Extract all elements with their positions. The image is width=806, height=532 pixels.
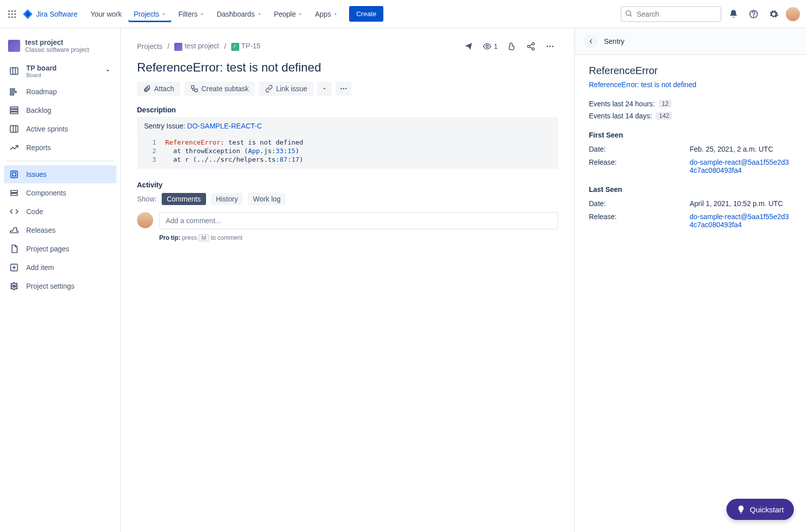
jira-logo[interactable]: Jira Software [22,9,78,20]
back-button[interactable] [584,34,598,48]
board-name: TP board [26,64,56,72]
issue-main: Projects / test project / TP-15 1 Refere… [121,28,574,532]
attach-button[interactable]: Attach [137,82,180,96]
reports-icon [9,143,19,153]
link-dropdown[interactable] [317,82,331,96]
first-release-link[interactable]: do-sample-react@5aa1f55e2d34c7ac080493fa… [690,158,789,174]
nav-projects[interactable]: Projects [128,6,171,22]
code-icon [9,207,19,217]
last-seen-heading: Last Seen [589,185,792,193]
sidebar-components[interactable]: Components [4,184,116,202]
sentry-panel-header: Sentry [575,28,806,55]
lightbulb-icon [736,505,746,514]
user-avatar[interactable] [786,7,800,21]
svg-point-0 [9,10,10,12]
topbar: Jira Software Your work Projects Filters… [0,0,806,28]
breadcrumb: Projects / test project / TP-15 1 [137,38,558,54]
nav-filters[interactable]: Filters [173,6,210,22]
project-subtitle: Classic software project [25,46,89,53]
vote-icon[interactable] [504,38,520,54]
search-input[interactable] [621,6,721,22]
stacktrace: 1ReferenceError: test is not defined 2 a… [144,133,551,164]
kbd-m: M [198,234,209,241]
stat-24h-badge: 12 [659,100,671,108]
settings-icon [9,281,19,291]
description-box[interactable]: Sentry Issue: DO-SAMPLE-REACT-C 1Referen… [137,117,558,169]
search-icon [625,9,633,19]
sidebar-releases[interactable]: Releases [4,221,116,239]
activity-section: Activity Show: Comments History Work log… [137,181,558,241]
sidebar-backlog[interactable]: Backlog [4,101,116,119]
svg-point-35 [527,45,530,48]
svg-rect-26 [13,173,16,176]
sidebar-settings[interactable]: Project settings [4,277,116,295]
project-icon [174,43,182,51]
settings-icon[interactable] [766,6,782,22]
svg-point-9 [626,11,631,15]
tab-history[interactable]: History [211,193,243,205]
svg-rect-13 [11,68,18,74]
last-release-link[interactable]: do-sample-react@5aa1f55e2d34c7ac080493fa… [690,213,789,229]
create-button[interactable]: Create [349,6,383,22]
sentry-issue-link[interactable]: DO-SAMPLE-REACT-C [187,122,262,130]
tab-worklog[interactable]: Work log [248,193,286,205]
breadcrumb-project[interactable]: test project [174,42,219,50]
sidebar-issues[interactable]: Issues [4,165,116,183]
more-icon[interactable] [542,38,558,54]
sprints-icon [9,124,19,134]
issue-title[interactable]: ReferenceError: test is not defined [137,60,558,75]
issue-actions: Attach Create subtask Link issue [137,82,558,96]
svg-rect-17 [11,91,17,93]
pages-icon [9,244,19,254]
svg-rect-16 [11,89,15,90]
link-button[interactable]: Link issue [259,82,313,96]
sentry-error-link[interactable]: ReferenceError: test is not defined [589,81,792,89]
nav-people[interactable]: People [269,6,308,22]
show-label: Show: [137,195,157,203]
svg-rect-27 [11,190,17,192]
breadcrumb-sep: / [224,42,226,50]
more-actions[interactable] [335,82,352,96]
svg-point-46 [345,88,347,90]
chevron-down-icon [257,12,262,17]
nav-dashboards[interactable]: Dashboards [212,6,267,22]
backlog-icon [9,105,19,115]
sidebar-roadmap[interactable]: Roadmap [4,83,116,101]
svg-point-7 [12,16,13,18]
app-switcher-icon[interactable] [6,8,18,20]
board-subtitle: Board [26,72,56,78]
sidebar-reports[interactable]: Reports [4,139,116,157]
sidebar-board[interactable]: TP board Board [4,60,116,82]
svg-rect-28 [11,193,17,195]
sidebar-sprints[interactable]: Active sprints [4,120,116,138]
sidebar-add-item[interactable]: Add item [4,258,116,277]
comment-input[interactable]: Add a comment... [159,212,558,229]
project-header[interactable]: test project Classic software project [4,36,116,59]
activity-tabs: Show: Comments History Work log [137,193,558,205]
project-name: test project [25,38,89,46]
svg-point-34 [532,43,534,45]
nav-apps[interactable]: Apps [310,6,343,22]
svg-line-37 [529,44,532,46]
feedback-icon[interactable] [460,38,477,54]
sentry-error-title: ReferenceError [589,65,792,77]
notifications-icon[interactable] [725,6,742,22]
svg-point-2 [15,10,16,12]
nav-your-work[interactable]: Your work [86,6,127,22]
tab-comments[interactable]: Comments [162,193,206,205]
sidebar-divider [6,161,114,161]
sentry-issue-line: Sentry Issue: DO-SAMPLE-REACT-C [144,122,551,130]
quickstart-button[interactable]: Quickstart [726,499,794,520]
svg-point-6 [9,16,10,18]
watch-button[interactable]: 1 [480,38,501,54]
breadcrumb-projects[interactable]: Projects [137,42,163,50]
svg-rect-20 [11,109,18,111]
share-icon[interactable] [523,38,539,54]
help-icon[interactable] [746,6,762,22]
sidebar-code[interactable]: Code [4,203,116,221]
sidebar-pages[interactable]: Project pages [4,240,116,258]
subtask-button[interactable]: Create subtask [184,82,255,96]
svg-rect-19 [11,107,18,108]
breadcrumb-issue[interactable]: TP-15 [231,42,260,50]
svg-point-36 [532,48,534,50]
